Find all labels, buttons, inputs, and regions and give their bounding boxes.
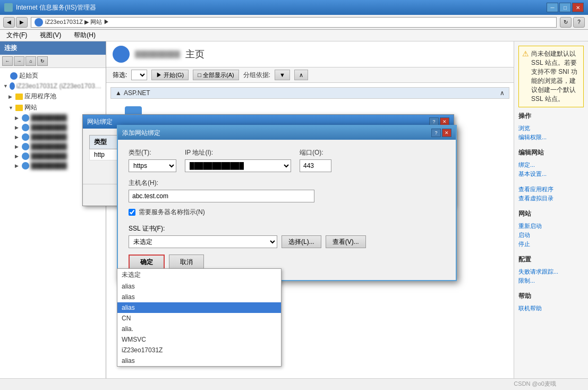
- menu-file[interactable]: 文件(F): [4, 30, 29, 41]
- close-button[interactable]: ✕: [572, 3, 584, 12]
- tree-item-server[interactable]: ▼ iZ23eo17031Z (iZ23eo17031Z\Administrat…: [2, 81, 104, 91]
- websites-icon: [15, 105, 23, 111]
- sidebar-tool-forward[interactable]: →: [14, 56, 24, 66]
- link-binding[interactable]: 绑定...: [518, 160, 584, 169]
- site3-icon: [22, 133, 29, 141]
- inner-dialog: 添加网站绑定 ? ✕ 类型(T): https IP 地址(I): ██████…: [117, 125, 457, 281]
- sidebar-tool-home[interactable]: ⌂: [25, 56, 36, 66]
- sidebar: 连接 ← → ⌂ ↻ 起始页 ▼ iZ23eo17031Z (iZ23eo170…: [0, 41, 106, 390]
- sidebar-toolbar: ← → ⌂ ↻: [0, 55, 106, 68]
- ip-select[interactable]: ████████████: [185, 159, 291, 172]
- site2-icon: [22, 124, 29, 131]
- title-bar: Internet 信息服务(IIS)管理器 ─ □ ✕: [0, 0, 588, 15]
- right-section-help: 帮助 联机帮助: [518, 292, 584, 313]
- link-edit-perms[interactable]: 编辑权限...: [518, 133, 584, 142]
- tree-arrow-s3: ▶: [15, 134, 20, 140]
- inner-dialog-help-btn[interactable]: ?: [431, 129, 441, 137]
- menu-view[interactable]: 视图(V): [38, 30, 63, 41]
- menu-help[interactable]: 帮助(H): [72, 30, 98, 41]
- port-label: 端口(O):: [300, 148, 331, 157]
- section-collapse-icon: ∧: [500, 89, 505, 97]
- sni-checkbox[interactable]: [129, 209, 135, 216]
- tree-item-home[interactable]: 起始页: [2, 70, 104, 81]
- actions-title: 操作: [518, 112, 584, 121]
- form-row-1: 类型(T): https IP 地址(I): ████████████ 端口(O…: [129, 148, 445, 172]
- right-section-view: 查看应用程序 查看虚拟目录: [518, 185, 584, 203]
- inner-dialog-titlebar: 添加网站绑定 ? ✕: [118, 126, 456, 140]
- tree-item-websites[interactable]: ▼ 网站: [2, 102, 104, 113]
- link-online-help[interactable]: 联机帮助: [518, 304, 584, 313]
- link-stop[interactable]: 停止: [518, 240, 584, 249]
- ssl-view-btn[interactable]: 查看(V)...: [326, 235, 366, 248]
- address-bar: ◀ ▶ iZ23eo17031Z ▶ 网站 ▶ ↻ ?: [0, 15, 588, 30]
- dropdown-item-4[interactable]: CN: [117, 313, 281, 324]
- group-by-label: 分组依据:: [243, 71, 270, 80]
- inner-dialog-close-btn[interactable]: ✕: [442, 129, 451, 137]
- ssl-dropdown-list: 未选定 alias alias alias CN alia. WMSVC iZ2…: [117, 268, 282, 367]
- server-icon: [10, 82, 15, 90]
- start-button[interactable]: ▶ 开始(G): [151, 70, 189, 80]
- site4-icon: [22, 143, 29, 150]
- hostname-input[interactable]: [129, 190, 314, 202]
- addr-right-buttons: ↻ ?: [560, 17, 585, 28]
- dropdown-item-1[interactable]: alias: [117, 281, 281, 292]
- dropdown-item-2[interactable]: alias: [117, 292, 281, 302]
- title-bar-left: Internet 信息服务(IIS)管理器: [4, 3, 96, 12]
- refresh-button[interactable]: ↻: [560, 17, 572, 28]
- form-group-ip: IP 地址(I): ████████████: [185, 148, 291, 172]
- dropdown-item-5[interactable]: alia.: [117, 324, 281, 334]
- section-expand-icon: ▲: [115, 89, 122, 97]
- dropdown-item-6[interactable]: WMSVC: [117, 334, 281, 345]
- filter-dropdown[interactable]: [131, 70, 147, 80]
- tree-arrow-s4: ▶: [15, 144, 20, 149]
- menu-bar: 文件(F) 视图(V) 帮助(H): [0, 30, 588, 41]
- tree-arrow-s6: ▶: [15, 163, 20, 168]
- sidebar-tool-refresh[interactable]: ↻: [37, 56, 48, 66]
- type-select[interactable]: https: [129, 159, 176, 172]
- link-limits[interactable]: 限制...: [518, 276, 584, 285]
- form-group-type: 类型(T): https: [129, 148, 176, 172]
- website-title: 网站: [518, 209, 584, 218]
- config-title: 配置: [518, 255, 584, 264]
- ssl-select[interactable]: 未选定: [129, 235, 277, 248]
- tree-arrow-s1: ▶: [15, 115, 20, 121]
- forward-button[interactable]: ▶: [16, 17, 28, 28]
- address-field[interactable]: iZ23eo17031Z ▶ 网站 ▶: [31, 17, 557, 28]
- tree-label-site4: ████████: [31, 143, 67, 150]
- tree-arrow-s2: ▶: [15, 125, 20, 130]
- sidebar-header: 连接: [0, 41, 106, 55]
- back-button[interactable]: ◀: [3, 17, 15, 28]
- link-basic-settings[interactable]: 基本设置...: [518, 169, 584, 179]
- tree-item-apppool[interactable]: ▶ 应用程序池: [2, 91, 104, 102]
- link-view-virtual[interactable]: 查看虚拟目录: [518, 194, 584, 203]
- warning-icon: ⚠: [522, 49, 529, 104]
- port-input[interactable]: [300, 159, 331, 172]
- edit-site-title: 编辑网站: [518, 148, 584, 157]
- link-browse[interactable]: 浏览: [518, 124, 584, 133]
- sidebar-tool-back[interactable]: ←: [2, 56, 13, 66]
- help-button[interactable]: ?: [573, 17, 585, 28]
- bottom-bar: CSDN @o0麦哦: [0, 378, 588, 390]
- maximize-button[interactable]: □: [559, 3, 571, 12]
- confirm-button[interactable]: 确定: [129, 255, 165, 269]
- ssl-select-btn[interactable]: 选择(L)...: [282, 235, 321, 248]
- cancel-button[interactable]: 取消: [169, 255, 204, 269]
- group-by-dropdown[interactable]: ▼: [275, 70, 290, 80]
- link-restart[interactable]: 重新启动: [518, 222, 584, 231]
- tree-label-server: iZ23eo17031Z (iZ23eo17031Z\Administrato: [16, 82, 103, 90]
- dropdown-item-7[interactable]: iZ23eo17031Z: [117, 345, 281, 355]
- dropdown-item-8[interactable]: alias: [117, 355, 281, 366]
- link-start[interactable]: 启动: [518, 231, 584, 240]
- tree-label-site5: ████████: [31, 152, 67, 160]
- dropdown-item-0[interactable]: 未选定: [117, 269, 281, 281]
- window-title: Internet 信息服务(IIS)管理器: [16, 3, 96, 12]
- link-failed-req[interactable]: 失败请求跟踪...: [518, 267, 584, 276]
- show-all-button[interactable]: □ 全部显示(A): [193, 70, 238, 80]
- tree-arrow-apppool: ▶: [8, 94, 14, 99]
- dropdown-item-3[interactable]: alias: [117, 302, 281, 313]
- minimize-button[interactable]: ─: [547, 3, 558, 12]
- collapse-button[interactable]: ∧: [294, 70, 308, 80]
- sni-label: 需要服务器名称指示(N): [139, 208, 205, 217]
- link-view-app[interactable]: 查看应用程序: [518, 185, 584, 194]
- home-icon: [10, 72, 18, 80]
